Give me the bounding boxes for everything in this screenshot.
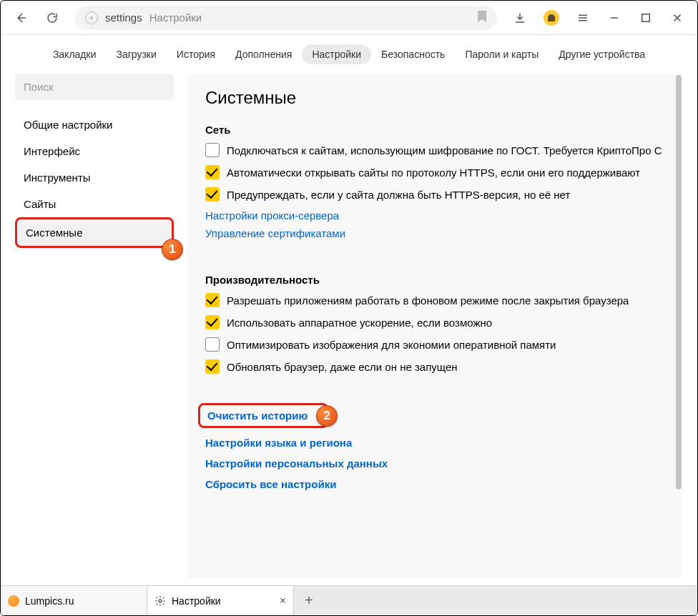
checkbox-background[interactable] [205, 293, 220, 307]
window-close-button[interactable] [663, 5, 692, 31]
nav-extensions[interactable]: Дополнения [225, 44, 302, 64]
menu-button[interactable] [569, 5, 597, 31]
window-maximize-button[interactable] [631, 5, 660, 31]
checkbox-optimize-images[interactable] [205, 337, 220, 352]
sidebar-item-system[interactable]: Системные 1 [15, 217, 174, 248]
back-button[interactable] [6, 5, 35, 31]
sidebar-item-tools[interactable]: Инструменты [15, 164, 174, 191]
link-reset-settings[interactable]: Сбросить все настройки [205, 478, 664, 490]
checkbox-row: Автоматически открывать сайты по протоко… [205, 165, 664, 180]
hamburger-icon [576, 11, 589, 24]
nav-history[interactable]: История [167, 44, 225, 64]
checkbox-update-browser[interactable] [205, 359, 220, 374]
site-favicon-icon [8, 595, 19, 607]
checkbox-label: Предупреждать, если у сайта должна быть … [227, 187, 570, 202]
search-input[interactable]: Поиск [15, 74, 174, 100]
tab-lumpics[interactable]: Lumpics.ru [1, 586, 147, 615]
content-area: Поиск Общие настройки Интерфейс Инструме… [1, 74, 697, 585]
annotation-highlight-2: Очистить историю 2 [198, 403, 328, 428]
nav-security[interactable]: Безопасность [371, 44, 455, 64]
maximize-icon [639, 11, 652, 24]
link-proxy[interactable]: Настройки прокси-сервера [205, 209, 664, 222]
page-title: Системные [205, 88, 664, 108]
profile-button[interactable] [537, 5, 566, 31]
tab-close-button[interactable]: × [280, 595, 286, 607]
checkbox-label: Разрешать приложениям работать в фоновом… [227, 293, 629, 308]
checkbox-row: Оптимизировать изображения для экономии … [205, 337, 664, 352]
annotation-badge-1: 1 [162, 239, 183, 260]
annotation-badge-2: 2 [316, 405, 338, 427]
svg-point-1 [159, 600, 162, 602]
checkbox-label: Подключаться к сайтам, использующим шифр… [227, 143, 662, 158]
gear-icon [154, 595, 166, 607]
minimize-icon [608, 11, 621, 24]
link-clear-history[interactable]: Очистить историю [207, 409, 308, 422]
sidebar-item-interface[interactable]: Интерфейс [15, 138, 174, 164]
browser-toolbar: settings Настройки [1, 1, 697, 35]
tab-bar: Lumpics.ru Настройки × + [1, 585, 697, 615]
checkbox-row: Разрешать приложениям работать в фоновом… [205, 293, 664, 308]
nav-settings[interactable]: Настройки [302, 44, 371, 64]
checkbox-row: Подключаться к сайтам, использующим шифр… [205, 143, 664, 158]
settings-nav: Закладки Загрузки История Дополнения Нас… [1, 35, 697, 74]
addr-title: Настройки [149, 11, 202, 24]
scrollbar-thumb[interactable] [676, 75, 682, 490]
addr-protocol: settings [105, 11, 142, 24]
sidebar-item-general[interactable]: Общие настройки [15, 111, 174, 138]
link-language-region[interactable]: Настройки языка и региона [205, 437, 664, 449]
address-bar[interactable]: settings Настройки [75, 6, 497, 30]
scrollbar[interactable] [674, 74, 682, 578]
svg-rect-0 [642, 14, 650, 21]
bookmark-icon[interactable] [477, 10, 487, 25]
tab-label: Lumpics.ru [25, 595, 74, 607]
section-performance-title: Производительность [205, 274, 664, 286]
nav-downloads[interactable]: Загрузки [106, 44, 166, 64]
link-personal-data[interactable]: Настройки персональных данных [205, 457, 664, 470]
link-cert[interactable]: Управление сертификатами [205, 227, 664, 239]
reload-button[interactable] [38, 5, 67, 31]
sidebar: Поиск Общие настройки Интерфейс Инструме… [15, 74, 174, 578]
checkbox-label: Использовать аппаратное ускорение, если … [227, 315, 492, 330]
checkbox-hw-accel[interactable] [205, 315, 220, 329]
checkbox-label: Оптимизировать изображения для экономии … [227, 337, 556, 352]
checkbox-label: Обновлять браузер, даже если он не запущ… [227, 359, 458, 374]
nav-passwords[interactable]: Пароли и карты [455, 44, 549, 64]
tab-settings[interactable]: Настройки × [147, 586, 294, 615]
checkbox-https-auto[interactable] [205, 165, 220, 179]
sidebar-item-label: Системные [26, 227, 82, 239]
checkbox-row: Предупреждать, если у сайта должна быть … [205, 187, 664, 202]
nav-other-devices[interactable]: Другие устройства [549, 44, 655, 64]
tab-label: Настройки [172, 595, 221, 607]
new-tab-button[interactable]: + [294, 586, 324, 615]
nav-bookmarks[interactable]: Закладки [43, 44, 107, 64]
close-icon [671, 11, 684, 24]
checkbox-label: Автоматически открывать сайты по протоко… [227, 165, 640, 180]
reload-icon [46, 11, 59, 24]
section-network-title: Сеть [205, 124, 664, 136]
main-panel: Системные Сеть Подключаться к сайтам, ис… [187, 74, 683, 578]
sidebar-item-sites[interactable]: Сайты [15, 191, 174, 217]
downloads-button[interactable] [506, 5, 534, 31]
checkbox-row: Использовать аппаратное ускорение, если … [205, 315, 664, 330]
window-minimize-button[interactable] [600, 5, 629, 31]
checkbox-gost[interactable] [205, 143, 220, 157]
download-icon [513, 11, 526, 24]
arrow-left-icon [14, 11, 27, 24]
site-icon [85, 11, 98, 24]
checkbox-https-warn[interactable] [205, 187, 220, 202]
profile-avatar-icon [544, 10, 559, 26]
checkbox-row: Обновлять браузер, даже если он не запущ… [205, 359, 664, 374]
